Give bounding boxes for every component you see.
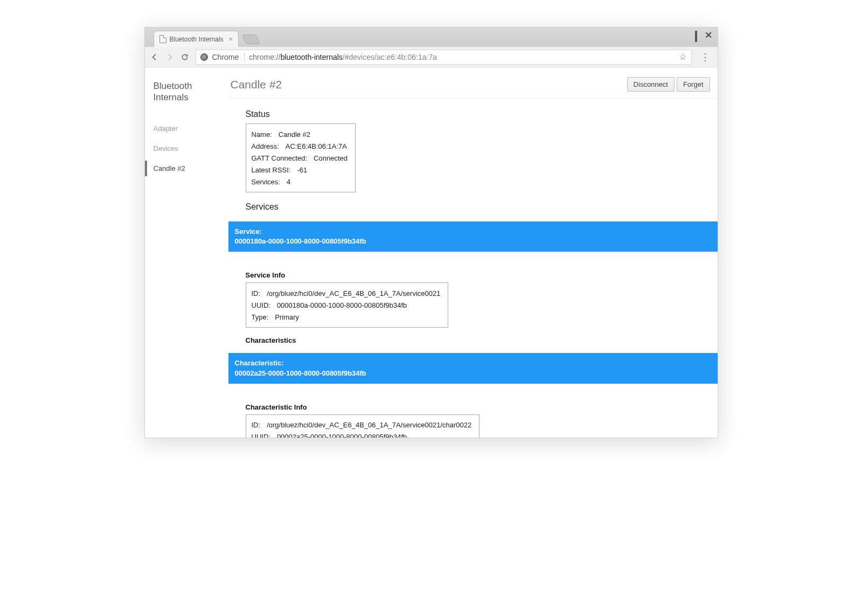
service-type-value: Primary — [275, 313, 299, 321]
reload-button[interactable] — [180, 53, 189, 61]
characteristic-band-uuid: 00002a25-0000-1000-8000-00805f9b34fb — [235, 369, 711, 378]
titlebar: Bluetooth Internals × ✕ — [145, 27, 718, 47]
main-panel: Candle #2 Disconnect Forget Status Name:… — [228, 67, 718, 438]
address-bar[interactable]: Chrome chrome://bluetooth-internals/#dev… — [196, 50, 692, 65]
service-info-box: ID:/org/bluez/hci0/dev_AC_E6_4B_06_1A_7A… — [246, 282, 449, 328]
app-title: Bluetooth Internals — [154, 80, 228, 103]
status-gatt-label: GATT Connected: — [252, 154, 308, 162]
sidebar-item-adapter[interactable]: Adapter — [154, 119, 228, 139]
browser-menu-icon[interactable]: ⋮ — [698, 51, 712, 63]
site-info-icon[interactable] — [200, 53, 208, 61]
char-id-label: ID: — [252, 421, 261, 429]
service-band[interactable]: Service: 0000180a-0000-1000-8000-00805f9… — [228, 222, 718, 252]
service-uuid-label: UUID: — [252, 301, 270, 309]
services-heading: Services — [246, 202, 710, 212]
url-separator — [244, 53, 245, 61]
disconnect-button[interactable]: Disconnect — [627, 77, 675, 92]
browser-window: Bluetooth Internals × ✕ Chrome chrome://… — [144, 27, 718, 438]
char-id-value: /org/bluez/hci0/dev_AC_E6_4B_06_1A_7A/se… — [267, 421, 471, 429]
bookmark-star-icon[interactable]: ☆ — [679, 51, 687, 63]
service-id-label: ID: — [252, 289, 261, 297]
characteristic-info-heading: Characteristic Info — [246, 403, 710, 411]
service-info-heading: Service Info — [246, 271, 710, 279]
page-content: Bluetooth Internals Adapter Devices Cand… — [145, 67, 718, 438]
sidebar: Bluetooth Internals Adapter Devices Cand… — [145, 67, 228, 438]
characteristic-band[interactable]: Characteristic: 00002a25-0000-1000-8000-… — [228, 353, 718, 383]
url-text: chrome://bluetooth-internals/#devices/ac… — [249, 53, 437, 61]
close-tab-icon[interactable]: × — [229, 35, 233, 43]
characteristic-band-label: Characteristic: — [235, 358, 711, 368]
status-rssi-value: -61 — [297, 166, 307, 174]
characteristics-heading: Characteristics — [246, 336, 710, 344]
status-address-label: Address: — [252, 142, 279, 150]
status-name-label: Name: — [252, 130, 272, 139]
status-services-label: Services: — [252, 178, 280, 186]
status-address-value: AC:E6:4B:06:1A:7A — [286, 142, 347, 150]
status-rssi-label: Latest RSSI: — [252, 166, 291, 174]
status-services-value: 4 — [287, 178, 290, 186]
page-icon — [159, 35, 166, 43]
close-window-icon[interactable]: ✕ — [705, 32, 712, 41]
page-title: Candle #2 — [231, 78, 282, 91]
maximize-icon[interactable] — [695, 32, 697, 41]
window-controls: ✕ — [687, 32, 712, 41]
char-uuid-label: UUID: — [252, 433, 270, 438]
page-header: Candle #2 Disconnect Forget — [228, 77, 718, 99]
toolbar: Chrome chrome://bluetooth-internals/#dev… — [145, 47, 718, 67]
forward-button[interactable] — [165, 53, 174, 61]
service-uuid-value: 0000180a-0000-1000-8000-00805f9b34fb — [277, 301, 407, 309]
sidebar-item-candle2[interactable]: Candle #2 — [154, 158, 228, 178]
char-uuid-value: 00002a25-0000-1000-8000-00805f9b34fb — [277, 433, 407, 438]
tab-title: Bluetooth Internals — [170, 36, 224, 43]
back-button[interactable] — [150, 53, 159, 61]
browser-tab[interactable]: Bluetooth Internals × — [154, 31, 239, 47]
url-scheme-label: Chrome — [212, 53, 239, 61]
status-heading: Status — [246, 109, 710, 119]
status-gatt-value: Connected — [314, 154, 347, 162]
status-box: Name:Candle #2 Address:AC:E6:4B:06:1A:7A… — [246, 123, 356, 192]
service-band-uuid: 0000180a-0000-1000-8000-00805f9b34fb — [235, 237, 711, 246]
sidebar-item-devices[interactable]: Devices — [154, 139, 228, 158]
characteristic-info-box: ID:/org/bluez/hci0/dev_AC_E6_4B_06_1A_7A… — [246, 414, 480, 438]
forget-button[interactable]: Forget — [677, 77, 710, 92]
service-id-value: /org/bluez/hci0/dev_AC_E6_4B_06_1A_7A/se… — [267, 289, 440, 297]
service-band-label: Service: — [235, 227, 711, 237]
new-tab-button[interactable] — [242, 34, 260, 44]
status-name-value: Candle #2 — [279, 130, 310, 139]
service-type-label: Type: — [252, 313, 269, 321]
